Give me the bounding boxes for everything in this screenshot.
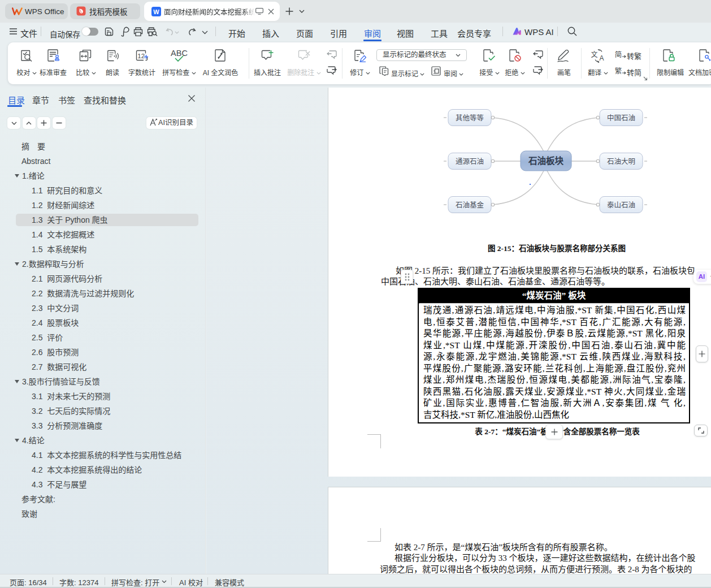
svg-text:石油板块: 石油板块 — [528, 155, 564, 166]
svg-text:泰山石油: 泰山石油 — [607, 201, 635, 209]
svg-text:石油大明: 石油大明 — [607, 158, 635, 166]
svg-text:中国石油: 中国石油 — [607, 114, 635, 122]
svg-text:繁: 繁 — [615, 67, 622, 75]
svg-text:12: 12 — [137, 53, 145, 59]
svg-text:其他等等: 其他等等 — [456, 114, 484, 122]
svg-text:A: A — [599, 54, 604, 62]
svg-text:通源石油: 通源石油 — [456, 158, 484, 166]
svg-text:石油基金: 石油基金 — [456, 201, 484, 209]
svg-text:ABC: ABC — [171, 49, 188, 58]
svg-text:W: W — [153, 8, 159, 15]
svg-text:简: 简 — [615, 51, 622, 59]
svg-text:文: 文 — [591, 50, 598, 59]
